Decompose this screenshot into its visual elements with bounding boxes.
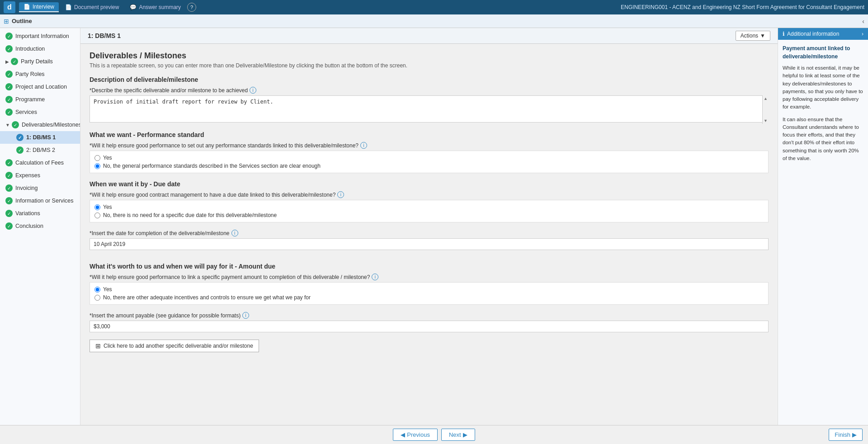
section4-field-label: *Will it help ensure good performance to… [90, 274, 769, 280]
sidebar-label-conclusion: Conclusion [15, 223, 43, 229]
right-panel-header-left: ℹ Additional information [783, 31, 839, 37]
sidebar-item-conclusion[interactable]: ✓ Conclusion [0, 220, 80, 232]
check-icon-services: ✓ [5, 109, 13, 116]
section4-radio-no[interactable] [94, 295, 100, 301]
section1-textarea[interactable] [90, 95, 769, 123]
answer-summary-icon: 💬 [130, 4, 137, 10]
right-panel: ℹ Additional information › Payment amoun… [778, 28, 868, 425]
section3-date-info-icon[interactable]: i [231, 230, 238, 236]
main-layout: ✓ Important Information ✓ Introduction ▶… [0, 28, 868, 425]
section1-field-label: *Describe the specific deliverable and/o… [90, 87, 769, 94]
section2-radio-no[interactable] [94, 163, 100, 169]
section3-date-input[interactable] [90, 238, 769, 250]
section3-option-yes[interactable]: Yes [94, 204, 764, 210]
section2-radio-group: Yes No, the general performance standard… [90, 151, 769, 173]
sidebar-item-party-details[interactable]: ▶ ✓ Party Details [0, 55, 80, 68]
sidebar-item-programme[interactable]: ✓ Programme [0, 93, 80, 106]
expand-arrow-party-details: ▶ [5, 59, 9, 64]
section3-option-no[interactable]: No, there is no need for a specific due … [94, 212, 764, 218]
sidebar-item-important-information[interactable]: ✓ Important Information [0, 30, 80, 43]
section2-option-yes[interactable]: Yes [94, 155, 764, 161]
sidebar-item-db-ms-1[interactable]: ✓ 1: DB/MS 1 [0, 131, 80, 144]
section3-radio-group: Yes No, there is no need for a specific … [90, 200, 769, 222]
document-preview-icon: 📄 [65, 4, 72, 10]
tab-answer-summary[interactable]: 💬 Answer summary [125, 3, 185, 12]
right-panel-body: Payment amount linked to deliverable/mil… [778, 40, 868, 167]
check-icon-conclusion: ✓ [5, 222, 13, 230]
section3-radio-yes[interactable] [94, 204, 100, 210]
check-icon-party-roles: ✓ [5, 71, 13, 78]
add-icon: ⊞ [95, 342, 101, 350]
right-panel-info-icon: ℹ [783, 31, 785, 37]
sidebar-item-party-roles[interactable]: ✓ Party Roles [0, 68, 80, 80]
right-panel-expand-icon[interactable]: › [862, 31, 863, 37]
actions-button[interactable]: Actions ▼ [736, 31, 770, 41]
sidebar-item-introduction[interactable]: ✓ Introduction [0, 43, 80, 55]
section2-info-icon[interactable]: i [360, 142, 367, 149]
sidebar-item-variations[interactable]: ✓ Variations [0, 207, 80, 220]
section3-heading: When we want it by - Due date [90, 180, 769, 188]
check-icon-deliverables: ✓ [12, 121, 19, 128]
scroll-up-arrow: ▲ [764, 96, 768, 101]
section4-info-icon[interactable]: i [372, 274, 378, 280]
section2-radio-yes[interactable] [94, 155, 100, 161]
previous-button[interactable]: ◀ Previous [393, 429, 438, 441]
finish-label: Finish [835, 431, 850, 438]
sidebar-item-information-or-services[interactable]: ✓ Information or Services [0, 194, 80, 207]
expand-arrow-deliverables: ▼ [5, 123, 10, 128]
sidebar-label-important-information: Important Information [15, 33, 69, 39]
sidebar-item-services[interactable]: ✓ Services [0, 106, 80, 118]
sidebar-label-party-roles: Party Roles [15, 71, 45, 77]
check-icon-variations: ✓ [5, 210, 13, 217]
section1-scrollbar: ▲ ▼ [762, 95, 769, 124]
check-icon-party-details: ✓ [11, 58, 18, 65]
section1-info-icon[interactable]: i [250, 87, 256, 94]
outline-bar: ⊞ Outline ‹ [0, 14, 868, 28]
section4-amount-input[interactable] [90, 321, 769, 332]
section2-heading: What we want - Performance standard [90, 131, 769, 138]
next-label: Next [449, 431, 461, 438]
section3-info-icon[interactable]: i [337, 191, 344, 198]
previous-icon: ◀ [401, 431, 405, 438]
check-icon-programme: ✓ [5, 96, 13, 103]
sidebar-item-calculation-of-fees[interactable]: ✓ Calculation of Fees [0, 156, 80, 169]
sidebar-label-db-ms-1: 1: DB/MS 1 [26, 134, 56, 141]
tab-document-preview[interactable]: 📄 Document preview [61, 3, 123, 12]
section2-field-label: *Will it help ensure good performance to… [90, 142, 769, 149]
scroll-down-arrow: ▼ [764, 118, 768, 123]
sidebar-item-project-and-location[interactable]: ✓ Project and Location [0, 80, 80, 93]
right-panel-body-text2: It can also ensure that the Consultant u… [783, 116, 863, 163]
check-icon-db-ms-2: ✓ [16, 146, 24, 154]
next-button[interactable]: Next ▶ [441, 429, 475, 441]
add-deliverable-button[interactable]: ⊞ Click here to add another specific del… [90, 340, 259, 352]
section4-amount-info-icon[interactable]: i [242, 312, 249, 319]
sidebar-item-expenses[interactable]: ✓ Expenses [0, 169, 80, 182]
section4-radio-yes[interactable] [94, 287, 100, 293]
section1-heading: Description of deliverable/milestone [90, 76, 769, 83]
section4-option-no[interactable]: No, there are other adequate incentives … [94, 294, 764, 301]
section2-option-no[interactable]: No, the general performance standards de… [94, 163, 764, 169]
section3-date-label: *Insert the date for completion of the d… [90, 230, 769, 236]
sidebar-label-calculation-of-fees: Calculation of Fees [15, 160, 64, 166]
bottom-nav: ◀ Previous Next ▶ Finish ▶ [0, 425, 868, 444]
sidebar-item-db-ms-2[interactable]: ✓ 2: DB/MS 2 [0, 144, 80, 156]
help-button[interactable]: ? [187, 3, 196, 12]
next-icon: ▶ [463, 431, 467, 438]
sidebar-label-variations: Variations [15, 210, 40, 217]
section3-radio-no[interactable] [94, 213, 100, 218]
collapse-outline-button[interactable]: ‹ [862, 18, 864, 25]
section4-option-yes[interactable]: Yes [94, 286, 764, 293]
section4-radio-group: Yes No, there are other adequate incenti… [90, 282, 769, 305]
content-area: 1: DB/MS 1 Actions ▼ Deliverables / Mile… [80, 28, 778, 425]
finish-button[interactable]: Finish ▶ [829, 429, 863, 441]
sidebar-item-deliverables-milestones[interactable]: ▼ ✓ Deliverables/Milestones [0, 118, 80, 131]
outline-grid-icon: ⊞ [4, 18, 9, 25]
document-icon: 📄 [24, 4, 30, 10]
check-icon-information-or-services: ✓ [5, 197, 13, 204]
sidebar-label-introduction: Introduction [15, 46, 45, 52]
tab-interview[interactable]: 📄 Interview [19, 2, 59, 12]
top-bar: d 📄 Interview 📄 Document preview 💬 Answe… [0, 0, 868, 14]
right-panel-body-text1: While it is not essential, it may be hel… [783, 64, 863, 111]
sidebar-item-invoicing[interactable]: ✓ Invoicing [0, 182, 80, 194]
check-icon-important-information: ✓ [5, 33, 13, 40]
